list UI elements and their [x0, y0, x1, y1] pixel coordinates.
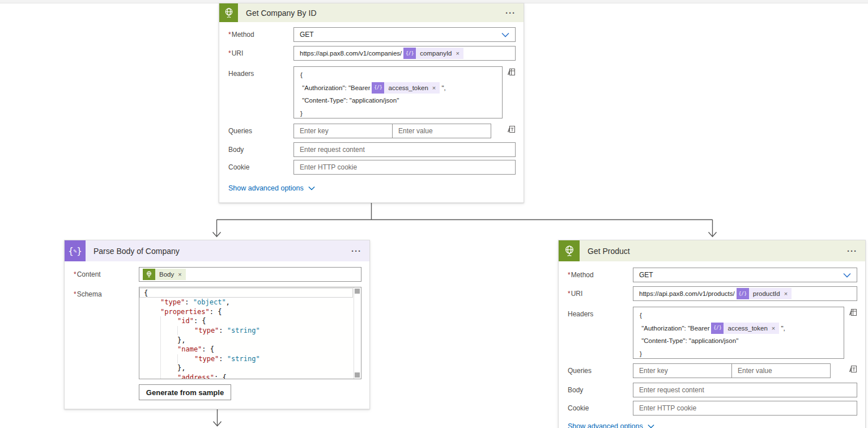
query-value-input[interactable] — [392, 124, 491, 138]
remove-token-icon[interactable]: × — [456, 50, 459, 57]
queries-switch-to-text-icon[interactable] — [849, 365, 857, 373]
card-header-get-product[interactable]: Get Product ··· — [559, 240, 865, 261]
token-label: companyId — [420, 50, 452, 57]
remove-token-icon[interactable]: × — [178, 272, 181, 278]
queries-switch-to-text-icon[interactable] — [507, 125, 516, 133]
card-header-parse-body-of-company[interactable]: {✎} Parse Body of Company ··· — [65, 240, 369, 261]
method-label: *Method — [228, 27, 293, 39]
body-row: Body — [559, 383, 865, 397]
card-menu-button[interactable]: ··· — [847, 247, 857, 255]
remove-token-icon[interactable]: × — [772, 325, 775, 332]
card-menu-button[interactable]: ··· — [351, 247, 361, 255]
remove-token-icon[interactable]: × — [432, 85, 436, 91]
headers-switch-to-table-icon[interactable] — [849, 308, 857, 316]
required-marker: * — [228, 31, 231, 39]
action-card-get-company-by-id: Get Company By ID ··· *Method GET *URI h… — [219, 3, 524, 203]
flow-designer-canvas: Get Company By ID ··· *Method GET *URI h… — [0, 0, 868, 428]
dynamic-content-icon: {/} — [403, 48, 416, 59]
method-value: GET — [639, 271, 653, 279]
headers-editor[interactable]: { "Authorization": "Bearer{/}access_toke… — [293, 66, 503, 118]
query-key-input[interactable] — [293, 124, 393, 138]
headers-row: Headers { "Authorization": "Bearer{/}acc… — [219, 66, 524, 118]
token-label: productId — [753, 290, 780, 297]
uri-row: *URI https://api.pax8.com/v1/products/ {… — [559, 286, 865, 301]
body-label: Body — [568, 383, 633, 394]
dynamic-content-icon: {/} — [711, 323, 724, 334]
method-row: *Method GET — [219, 27, 524, 42]
cookie-input[interactable] — [633, 401, 857, 416]
query-key-input[interactable] — [633, 363, 732, 378]
dynamic-token-productid[interactable]: {/} productId× — [737, 288, 792, 299]
uri-label: *URI — [568, 286, 633, 298]
body-label: Body — [228, 142, 293, 154]
method-value: GET — [300, 31, 314, 39]
queries-row: Queries — [559, 363, 865, 378]
scrollbar-thumb-bottom[interactable] — [355, 372, 360, 378]
uri-text: https://api.pax8.com/v1/companies/ — [300, 50, 402, 57]
chevron-down-icon — [843, 273, 851, 278]
content-input[interactable]: Body× — [139, 267, 361, 282]
schema-code: {"type": "object","properties": {"id": {… — [139, 288, 353, 379]
card-menu-button[interactable]: ··· — [505, 9, 516, 17]
dynamic-token-access-token[interactable]: {/}access_token× — [372, 82, 440, 94]
http-connector-icon — [559, 240, 580, 261]
queries-label: Queries — [228, 124, 293, 135]
token-label: access_token — [388, 82, 428, 95]
cookie-label: Cookie — [568, 401, 633, 412]
cookie-input[interactable] — [293, 160, 516, 175]
uri-label: *URI — [228, 46, 293, 57]
body-input[interactable] — [293, 142, 516, 157]
schema-scrollbar[interactable] — [354, 287, 361, 379]
scrollbar-thumb-top[interactable] — [355, 289, 360, 294]
show-advanced-options-link[interactable]: Show advanced options — [228, 184, 315, 192]
schema-label: *Schema — [74, 287, 139, 298]
headers-switch-to-table-icon[interactable] — [507, 67, 516, 76]
generate-from-sample-button[interactable]: Generate from sample — [139, 384, 231, 400]
dynamic-token-body[interactable]: Body× — [143, 269, 186, 280]
query-value-input[interactable] — [731, 363, 831, 378]
schema-editor[interactable]: {"type": "object","properties": {"id": {… — [139, 287, 361, 379]
uri-row: *URI https://api.pax8.com/v1/companies/ … — [219, 46, 524, 61]
headers-editor[interactable]: { "Authorization": "Bearer{/}access_toke… — [633, 307, 844, 359]
headers-row: Headers { "Authorization": "Bearer{/}acc… — [559, 307, 865, 359]
http-connector-icon — [143, 269, 155, 280]
content-row: *Content Body× — [65, 267, 369, 282]
dynamic-token-companyid[interactable]: {/} companyId× — [403, 48, 463, 59]
body-row: Body — [219, 142, 524, 157]
headers-label: Headers — [228, 66, 293, 78]
method-select[interactable]: GET — [633, 268, 857, 282]
chevron-down-icon — [501, 32, 509, 37]
method-select[interactable]: GET — [293, 27, 516, 42]
card-title: Get Company By ID — [246, 9, 317, 18]
content-label: *Content — [74, 267, 139, 278]
card-header-get-company-by-id[interactable]: Get Company By ID ··· — [219, 3, 524, 22]
generate-row: Generate from sample — [65, 384, 369, 400]
remove-token-icon[interactable]: × — [784, 291, 788, 297]
uri-input[interactable]: https://api.pax8.com/v1/companies/ {/} c… — [293, 46, 516, 61]
uri-input[interactable]: https://api.pax8.com/v1/products/ {/} pr… — [633, 286, 857, 301]
cookie-row: Cookie — [219, 160, 524, 175]
queries-label: Queries — [568, 363, 633, 375]
card-title: Get Product — [588, 247, 630, 256]
action-card-parse-body-of-company: {✎} Parse Body of Company ··· *Content — [64, 240, 370, 409]
show-advanced-options-link[interactable]: Show advanced options — [568, 422, 654, 428]
headers-label: Headers — [568, 307, 633, 318]
dynamic-content-icon: {/} — [737, 288, 749, 299]
method-label: *Method — [568, 268, 633, 279]
schema-row: *Schema {"type": "object","properties": … — [65, 287, 369, 379]
body-input[interactable] — [633, 383, 857, 397]
cookie-label: Cookie — [228, 160, 293, 171]
method-row: *Method GET — [559, 268, 865, 282]
parse-json-icon: {✎} — [65, 240, 86, 261]
token-label: Body — [159, 271, 174, 278]
dynamic-token-access-token[interactable]: {/}access_token× — [711, 323, 779, 334]
chevron-down-icon — [308, 186, 315, 190]
cookie-row: Cookie — [559, 401, 865, 416]
action-card-get-product: Get Product ··· *Method GET *URI https:/… — [558, 240, 866, 428]
chevron-down-icon — [648, 424, 654, 428]
dynamic-content-icon: {/} — [372, 82, 384, 94]
uri-text: https://api.pax8.com/v1/products/ — [639, 290, 735, 297]
card-title: Parse Body of Company — [93, 247, 180, 256]
token-label: access_token — [727, 322, 767, 335]
http-connector-icon — [219, 3, 238, 22]
